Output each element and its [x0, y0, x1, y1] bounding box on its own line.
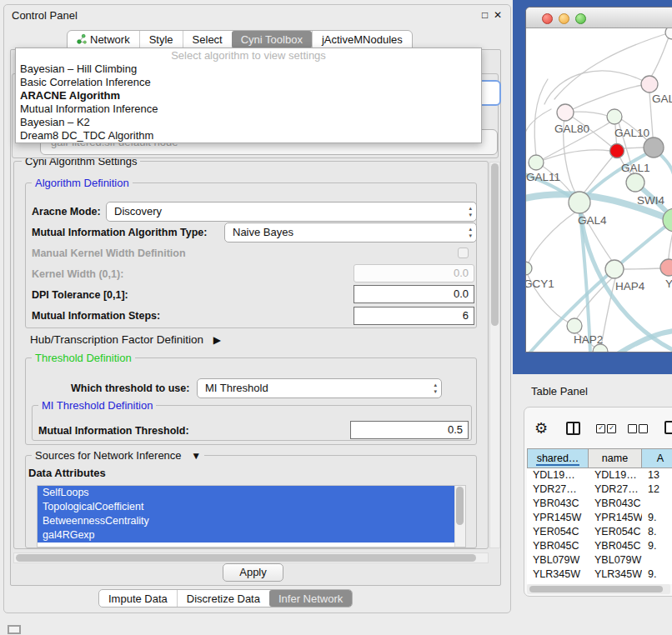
- tab-discretize-data[interactable]: Discretize Data: [177, 590, 269, 607]
- network-node-gal10[interactable]: [607, 109, 622, 124]
- table-cell: YLR345W: [527, 568, 589, 582]
- hub-definition-expander[interactable]: Hub/Transcription Factor Definition ▶: [30, 333, 221, 346]
- unselect-all-icon[interactable]: [639, 424, 648, 433]
- apply-button[interactable]: Apply: [223, 563, 283, 582]
- expander-down-icon[interactable]: ▼: [191, 450, 201, 462]
- network-node-gal1[interactable]: [610, 144, 624, 158]
- network-node-gal11[interactable]: [529, 155, 544, 170]
- tab-impute-data[interactable]: Impute Data: [99, 590, 177, 607]
- network-node-swi4[interactable]: [626, 173, 644, 192]
- select-all-icon[interactable]: ✓: [607, 424, 616, 433]
- table-row[interactable]: YDR27…YDR27…12: [527, 482, 672, 497]
- network-edge[interactable]: [623, 268, 661, 269]
- settings-vertical-scrollbar[interactable]: [489, 162, 500, 548]
- close-window-button[interactable]: [542, 13, 553, 24]
- network-edge[interactable]: [534, 79, 548, 162]
- dropdown-option[interactable]: Dream8 DC_TDC Algorithm: [16, 129, 481, 142]
- float-panel-icon[interactable]: □: [482, 9, 488, 21]
- column-header-label: shared…: [536, 452, 580, 466]
- network-edge[interactable]: [651, 32, 670, 77]
- split-column-icon[interactable]: [566, 422, 580, 435]
- data-attributes-list[interactable]: SelfLoopsTopologicalCoefficientBetweenne…: [37, 485, 466, 548]
- table-row[interactable]: YBR045CYBR045C9.: [527, 539, 672, 553]
- zoom-window-button[interactable]: [575, 13, 586, 24]
- dropdown-option[interactable]: ARACNE Algorithm: [16, 89, 481, 102]
- tab-select[interactable]: Select: [183, 31, 232, 48]
- table-row[interactable]: YBL079WYBL079W: [527, 553, 672, 568]
- data-attributes-label: Data Attributes: [28, 467, 106, 479]
- table-cell: YBR045C: [527, 539, 589, 553]
- manual-kernel-checkbox[interactable]: [458, 248, 469, 258]
- network-window[interactable]: GALGAL80GAL10GAL1SWI4GAL11GAL4GCY1HAP4YH…: [525, 7, 672, 352]
- table-row[interactable]: YER054CYER054C8.: [527, 525, 672, 539]
- dropdown-option[interactable]: Mutual Information Inference: [16, 102, 481, 116]
- network-node-gal4[interactable]: [569, 192, 590, 213]
- select-all-icon[interactable]: ✓: [596, 424, 605, 433]
- function-builder-icon[interactable]: [664, 421, 672, 434]
- network-edge[interactable]: [616, 331, 672, 352]
- network-window-titlebar[interactable]: [526, 8, 672, 28]
- close-panel-icon[interactable]: ✕: [494, 9, 502, 21]
- attribute-list-item[interactable]: BetweennessCentrality: [38, 514, 465, 528]
- settings-gear-icon[interactable]: ⚙: [534, 419, 548, 438]
- attribute-list-item[interactable]: TopologicalCoefficient: [38, 500, 465, 514]
- network-node-y[interactable]: [660, 259, 672, 276]
- table-row[interactable]: YDL19…YDL19…13: [527, 468, 672, 482]
- mi-steps-field[interactable]: 6: [354, 307, 474, 325]
- table-cell: 12: [642, 482, 672, 497]
- dropdown-option[interactable]: Bayesian – Hill Climbing: [16, 62, 481, 76]
- tab-label: Discretize Data: [187, 592, 260, 605]
- list-scrollbar-thumb[interactable]: [456, 487, 464, 525]
- table-row[interactable]: YBR043CYBR043C: [527, 497, 672, 511]
- tab-label: jActiveMNodules: [322, 33, 403, 46]
- dpi-tolerance-field[interactable]: 0.0: [354, 285, 474, 303]
- which-threshold-combobox[interactable]: MI Threshold ▴▾: [197, 378, 442, 398]
- dropdown-option[interactable]: Basic Correlation Inference: [16, 76, 481, 89]
- settings-horizontal-scrollbar-thumb[interactable]: [16, 554, 476, 562]
- table-row[interactable]: YPR145WYPR145W9.: [527, 511, 672, 525]
- network-canvas[interactable]: GALGAL80GAL10GAL1SWI4GAL11GAL4GCY1HAP4YH…: [526, 28, 672, 352]
- network-node-gcy1[interactable]: [526, 262, 532, 275]
- docked-panel-icon[interactable]: [8, 625, 21, 634]
- settings-horizontal-scrollbar[interactable]: [13, 552, 489, 563]
- tab-cyni-toolbox[interactable]: Cyni Toolbox: [232, 31, 312, 48]
- tab-infer-network[interactable]: Infer Network: [269, 590, 352, 607]
- network-edge[interactable]: [565, 85, 643, 112]
- attribute-list-item[interactable]: SelfLoops: [38, 486, 465, 500]
- network-node-gal[interactable]: [641, 76, 658, 92]
- sources-legend[interactable]: Sources for Network Inference ▼: [32, 449, 204, 462]
- settings-vertical-scrollbar-thumb[interactable]: [491, 163, 499, 326]
- table-horizontal-scrollbar-thumb[interactable]: [529, 586, 663, 592]
- which-threshold-value: MI Threshold: [205, 382, 268, 394]
- network-node[interactable]: [644, 138, 664, 158]
- network-node-gal80[interactable]: [557, 104, 574, 121]
- attribute-list-item[interactable]: gal4RGexp: [38, 528, 465, 542]
- node-attribute-table[interactable]: shared…nameA YDL19…YDL19…13YDR27…YDR27…1…: [527, 448, 672, 584]
- network-node-hap4[interactable]: [605, 260, 624, 278]
- table-cell: YDR27…: [527, 482, 589, 497]
- list-scrollbar[interactable]: [454, 486, 465, 547]
- table-row[interactable]: YLR345WYLR345W9.: [527, 568, 672, 582]
- network-edge[interactable]: [529, 212, 576, 262]
- network-edge[interactable]: [526, 109, 551, 134]
- dropdown-placeholder: Select algorithm to view settings: [16, 48, 481, 62]
- aracne-mode-combobox[interactable]: Discovery ▴▾: [106, 202, 477, 222]
- tab-network[interactable]: Network: [68, 31, 139, 48]
- mi-threshold-field[interactable]: 0.5: [350, 421, 469, 439]
- column-header-name[interactable]: name: [589, 448, 642, 468]
- mi-type-combobox[interactable]: Naive Bayes ▴▾: [224, 222, 477, 242]
- kernel-width-label: Kernel Width (0,1):: [32, 268, 123, 280]
- tab-style[interactable]: Style: [139, 31, 183, 48]
- expander-right-icon[interactable]: ▶: [213, 334, 221, 346]
- network-node-hap2[interactable]: [567, 318, 582, 333]
- tab-jactivemnodules[interactable]: jActiveMNodules: [312, 31, 412, 48]
- minimize-window-button[interactable]: [559, 13, 569, 24]
- dpi-tolerance-label: DPI Tolerance [0,1]:: [32, 289, 128, 301]
- column-header-shared[interactable]: shared…: [527, 448, 589, 468]
- unselect-all-icon[interactable]: [628, 424, 637, 433]
- column-header-A[interactable]: A: [642, 448, 672, 468]
- dropdown-option[interactable]: Bayesian – K2: [16, 116, 481, 129]
- network-node[interactable]: [665, 28, 672, 39]
- table-horizontal-scrollbar[interactable]: [527, 584, 670, 594]
- tab-label: Infer Network: [278, 592, 343, 605]
